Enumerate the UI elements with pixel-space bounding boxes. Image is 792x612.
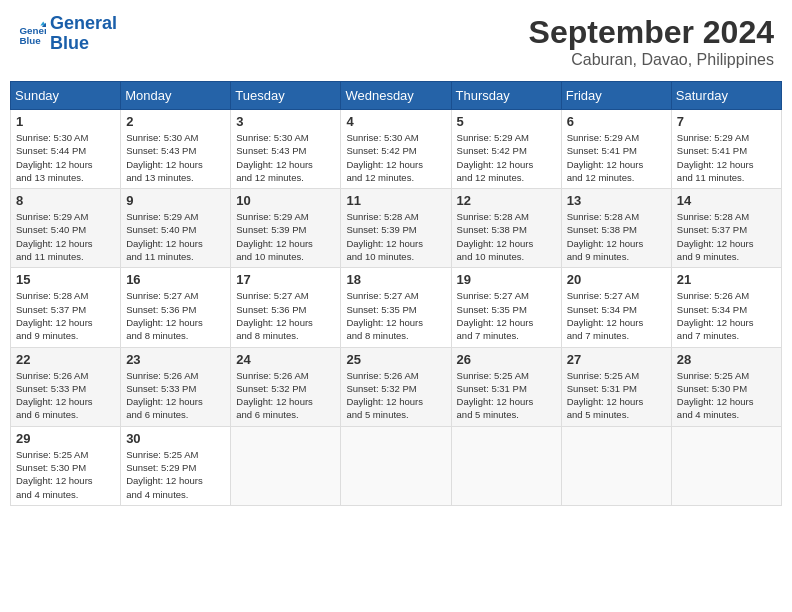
- day-number: 23: [126, 352, 225, 367]
- day-info: Sunrise: 5:26 AM Sunset: 5:34 PM Dayligh…: [677, 289, 776, 342]
- calendar-cell: 3Sunrise: 5:30 AM Sunset: 5:43 PM Daylig…: [231, 110, 341, 189]
- day-info: Sunrise: 5:27 AM Sunset: 5:35 PM Dayligh…: [457, 289, 556, 342]
- calendar-cell: 5Sunrise: 5:29 AM Sunset: 5:42 PM Daylig…: [451, 110, 561, 189]
- day-info: Sunrise: 5:25 AM Sunset: 5:30 PM Dayligh…: [677, 369, 776, 422]
- day-info: Sunrise: 5:27 AM Sunset: 5:36 PM Dayligh…: [236, 289, 335, 342]
- calendar-cell: 15Sunrise: 5:28 AM Sunset: 5:37 PM Dayli…: [11, 268, 121, 347]
- day-number: 22: [16, 352, 115, 367]
- day-info: Sunrise: 5:25 AM Sunset: 5:30 PM Dayligh…: [16, 448, 115, 501]
- calendar-cell: [231, 426, 341, 505]
- day-info: Sunrise: 5:25 AM Sunset: 5:31 PM Dayligh…: [567, 369, 666, 422]
- day-number: 27: [567, 352, 666, 367]
- day-number: 30: [126, 431, 225, 446]
- calendar-cell: 16Sunrise: 5:27 AM Sunset: 5:36 PM Dayli…: [121, 268, 231, 347]
- calendar-cell: 6Sunrise: 5:29 AM Sunset: 5:41 PM Daylig…: [561, 110, 671, 189]
- day-header-saturday: Saturday: [671, 82, 781, 110]
- day-number: 25: [346, 352, 445, 367]
- day-number: 9: [126, 193, 225, 208]
- month-title: September 2024: [529, 14, 774, 51]
- day-info: Sunrise: 5:28 AM Sunset: 5:38 PM Dayligh…: [457, 210, 556, 263]
- day-info: Sunrise: 5:28 AM Sunset: 5:39 PM Dayligh…: [346, 210, 445, 263]
- day-number: 10: [236, 193, 335, 208]
- day-number: 24: [236, 352, 335, 367]
- day-info: Sunrise: 5:29 AM Sunset: 5:42 PM Dayligh…: [457, 131, 556, 184]
- day-info: Sunrise: 5:25 AM Sunset: 5:31 PM Dayligh…: [457, 369, 556, 422]
- day-number: 8: [16, 193, 115, 208]
- calendar-cell: [341, 426, 451, 505]
- location-title: Caburan, Davao, Philippines: [529, 51, 774, 69]
- day-info: Sunrise: 5:28 AM Sunset: 5:37 PM Dayligh…: [16, 289, 115, 342]
- day-number: 19: [457, 272, 556, 287]
- calendar-cell: 18Sunrise: 5:27 AM Sunset: 5:35 PM Dayli…: [341, 268, 451, 347]
- day-info: Sunrise: 5:27 AM Sunset: 5:34 PM Dayligh…: [567, 289, 666, 342]
- calendar-cell: [451, 426, 561, 505]
- day-info: Sunrise: 5:27 AM Sunset: 5:35 PM Dayligh…: [346, 289, 445, 342]
- calendar-cell: 19Sunrise: 5:27 AM Sunset: 5:35 PM Dayli…: [451, 268, 561, 347]
- day-info: Sunrise: 5:30 AM Sunset: 5:43 PM Dayligh…: [236, 131, 335, 184]
- calendar-week-4: 22Sunrise: 5:26 AM Sunset: 5:33 PM Dayli…: [11, 347, 782, 426]
- svg-text:Blue: Blue: [19, 35, 41, 46]
- calendar-cell: 23Sunrise: 5:26 AM Sunset: 5:33 PM Dayli…: [121, 347, 231, 426]
- day-number: 17: [236, 272, 335, 287]
- day-info: Sunrise: 5:29 AM Sunset: 5:41 PM Dayligh…: [567, 131, 666, 184]
- day-number: 2: [126, 114, 225, 129]
- day-info: Sunrise: 5:30 AM Sunset: 5:44 PM Dayligh…: [16, 131, 115, 184]
- day-info: Sunrise: 5:26 AM Sunset: 5:32 PM Dayligh…: [346, 369, 445, 422]
- day-number: 13: [567, 193, 666, 208]
- day-info: Sunrise: 5:27 AM Sunset: 5:36 PM Dayligh…: [126, 289, 225, 342]
- day-number: 20: [567, 272, 666, 287]
- calendar-cell: 26Sunrise: 5:25 AM Sunset: 5:31 PM Dayli…: [451, 347, 561, 426]
- calendar-week-1: 1Sunrise: 5:30 AM Sunset: 5:44 PM Daylig…: [11, 110, 782, 189]
- day-number: 1: [16, 114, 115, 129]
- calendar-cell: 11Sunrise: 5:28 AM Sunset: 5:39 PM Dayli…: [341, 189, 451, 268]
- calendar-cell: 28Sunrise: 5:25 AM Sunset: 5:30 PM Dayli…: [671, 347, 781, 426]
- calendar-cell: 8Sunrise: 5:29 AM Sunset: 5:40 PM Daylig…: [11, 189, 121, 268]
- day-info: Sunrise: 5:28 AM Sunset: 5:37 PM Dayligh…: [677, 210, 776, 263]
- calendar-cell: 25Sunrise: 5:26 AM Sunset: 5:32 PM Dayli…: [341, 347, 451, 426]
- day-info: Sunrise: 5:30 AM Sunset: 5:42 PM Dayligh…: [346, 131, 445, 184]
- calendar-cell: 9Sunrise: 5:29 AM Sunset: 5:40 PM Daylig…: [121, 189, 231, 268]
- day-info: Sunrise: 5:26 AM Sunset: 5:32 PM Dayligh…: [236, 369, 335, 422]
- calendar-cell: 22Sunrise: 5:26 AM Sunset: 5:33 PM Dayli…: [11, 347, 121, 426]
- day-number: 26: [457, 352, 556, 367]
- day-header-monday: Monday: [121, 82, 231, 110]
- calendar-week-2: 8Sunrise: 5:29 AM Sunset: 5:40 PM Daylig…: [11, 189, 782, 268]
- logo-text: GeneralBlue: [50, 14, 117, 54]
- title-section: September 2024 Caburan, Davao, Philippin…: [529, 14, 774, 69]
- day-number: 7: [677, 114, 776, 129]
- day-info: Sunrise: 5:26 AM Sunset: 5:33 PM Dayligh…: [16, 369, 115, 422]
- day-info: Sunrise: 5:29 AM Sunset: 5:39 PM Dayligh…: [236, 210, 335, 263]
- day-info: Sunrise: 5:25 AM Sunset: 5:29 PM Dayligh…: [126, 448, 225, 501]
- day-header-tuesday: Tuesday: [231, 82, 341, 110]
- calendar-cell: 20Sunrise: 5:27 AM Sunset: 5:34 PM Dayli…: [561, 268, 671, 347]
- day-number: 15: [16, 272, 115, 287]
- day-number: 6: [567, 114, 666, 129]
- day-number: 5: [457, 114, 556, 129]
- calendar-cell: 10Sunrise: 5:29 AM Sunset: 5:39 PM Dayli…: [231, 189, 341, 268]
- day-header-sunday: Sunday: [11, 82, 121, 110]
- day-number: 14: [677, 193, 776, 208]
- calendar-cell: 13Sunrise: 5:28 AM Sunset: 5:38 PM Dayli…: [561, 189, 671, 268]
- day-info: Sunrise: 5:26 AM Sunset: 5:33 PM Dayligh…: [126, 369, 225, 422]
- calendar-cell: 14Sunrise: 5:28 AM Sunset: 5:37 PM Dayli…: [671, 189, 781, 268]
- calendar-cell: 1Sunrise: 5:30 AM Sunset: 5:44 PM Daylig…: [11, 110, 121, 189]
- day-info: Sunrise: 5:29 AM Sunset: 5:41 PM Dayligh…: [677, 131, 776, 184]
- day-number: 29: [16, 431, 115, 446]
- day-info: Sunrise: 5:28 AM Sunset: 5:38 PM Dayligh…: [567, 210, 666, 263]
- day-info: Sunrise: 5:30 AM Sunset: 5:43 PM Dayligh…: [126, 131, 225, 184]
- calendar-header-row: SundayMondayTuesdayWednesdayThursdayFrid…: [11, 82, 782, 110]
- day-number: 11: [346, 193, 445, 208]
- calendar-cell: 27Sunrise: 5:25 AM Sunset: 5:31 PM Dayli…: [561, 347, 671, 426]
- calendar-cell: 17Sunrise: 5:27 AM Sunset: 5:36 PM Dayli…: [231, 268, 341, 347]
- day-number: 16: [126, 272, 225, 287]
- calendar-cell: 12Sunrise: 5:28 AM Sunset: 5:38 PM Dayli…: [451, 189, 561, 268]
- calendar-week-3: 15Sunrise: 5:28 AM Sunset: 5:37 PM Dayli…: [11, 268, 782, 347]
- calendar-cell: 2Sunrise: 5:30 AM Sunset: 5:43 PM Daylig…: [121, 110, 231, 189]
- page-header: General Blue GeneralBlue September 2024 …: [10, 10, 782, 73]
- calendar-cell: 7Sunrise: 5:29 AM Sunset: 5:41 PM Daylig…: [671, 110, 781, 189]
- day-number: 4: [346, 114, 445, 129]
- day-number: 18: [346, 272, 445, 287]
- calendar-cell: [561, 426, 671, 505]
- calendar-cell: [671, 426, 781, 505]
- calendar-cell: 21Sunrise: 5:26 AM Sunset: 5:34 PM Dayli…: [671, 268, 781, 347]
